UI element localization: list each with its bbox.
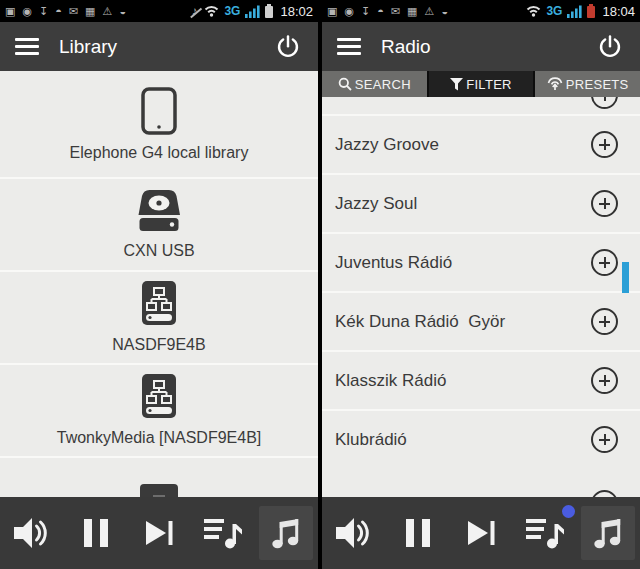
pause-button[interactable] [391,506,445,560]
chat-icon: ◓ [55,0,62,22]
gallery-icon: ▦ [85,0,95,22]
sound-muted-icon: ♪ [191,4,197,18]
power-icon [275,34,301,60]
radio-screen: ▣ ◉ ↧ ◓ ✉ ▦ ⚠ ◒ 3G [322,0,640,569]
speaker-icon [13,516,51,550]
notification-icons: ▣ ◉ ↧ ◓ ✉ ▦ ⚠ ◒ [5,0,126,22]
download-icon: ↧ [39,0,48,22]
playback-toolbar [0,497,318,569]
menu-button[interactable] [15,38,39,55]
data-sync-icon: ◒ [119,0,126,22]
music-note-icon [271,517,301,549]
add-preset-button[interactable] [591,367,618,394]
tab-search[interactable]: SEARCH [322,71,427,97]
now-playing-tab[interactable] [259,506,313,560]
clock-time: 18:04 [602,4,635,19]
power-button[interactable] [595,32,625,62]
warning-icon: ⚠ [425,0,435,22]
app-circle-icon: ◉ [22,0,32,22]
pause-button[interactable] [69,506,123,560]
status-bar: ▣ ◉ ↧ ◓ ✉ ▦ ⚠ ◒ ♪ 3G [0,0,318,22]
station-name: Klubrádió [335,430,407,450]
playback-toolbar [322,497,640,569]
tab-filter[interactable]: FILTER [429,71,534,97]
library-item-label: Elephone G4 local library [70,144,249,162]
add-preset-button[interactable] [591,490,618,497]
skip-next-button[interactable] [454,506,508,560]
battery-low-icon [587,6,595,18]
pause-icon [406,519,430,547]
chat-icon: ◓ [377,0,384,22]
warning-icon: ⚠ [103,0,113,22]
volume-button[interactable] [327,506,381,560]
hard-drive-icon [136,189,182,233]
tab-label: FILTER [466,77,512,92]
nas-drive-icon [138,374,180,420]
data-sync-icon: ◒ [441,0,448,22]
library-item-label: TwonkyMedia [NASDF9E4B] [57,429,262,447]
station-name: Jazzy Groove [335,135,439,155]
wifi-icon [204,5,219,17]
app-header: Radio [322,22,640,71]
status-bar: ▣ ◉ ↧ ◓ ✉ ▦ ⚠ ◒ 3G [322,0,640,22]
add-preset-button[interactable] [591,308,618,335]
station-row[interactable]: Klubrádió [322,409,640,468]
mail-icon: ✉ [69,0,78,22]
station-list: Jazzy Groove Jazzy Soul Juventus Rádió K… [322,97,640,497]
volume-button[interactable] [5,506,59,560]
now-playing-tab[interactable] [581,506,635,560]
station-name: Kék Duna Rádió Györ [335,312,505,332]
nas-drive-icon [138,281,180,327]
add-preset-button[interactable] [591,131,618,158]
screenshot-icon: ▣ [5,0,15,22]
add-preset-button[interactable] [591,97,618,109]
library-item-label: CXN USB [123,242,194,260]
system-status-icons: 3G 18:04 [526,4,635,19]
station-row-partial-top [322,97,640,114]
play-queue-icon [526,517,564,549]
filter-icon [450,78,463,91]
presets-broadcast-icon [547,77,563,91]
pause-icon [84,519,108,547]
library-source-list: Elephone G4 local library CXN USB [0,71,318,497]
app-header: Library [0,22,318,71]
notification-icons: ▣ ◉ ↧ ◓ ✉ ▦ ⚠ ◒ [327,0,448,22]
station-row[interactable]: Jazzy Soul [322,173,640,232]
add-preset-button[interactable] [591,190,618,217]
power-icon [597,34,623,60]
library-screen: ▣ ◉ ↧ ◓ ✉ ▦ ⚠ ◒ ♪ 3G [0,0,318,569]
clock-time: 18:02 [280,4,313,19]
station-row[interactable]: Juventus Rádió [322,232,640,291]
network-type-label: 3G [224,4,240,18]
station-row[interactable]: Klasszik Rádió [322,350,640,409]
gallery-icon: ▦ [407,0,417,22]
queue-button[interactable] [518,506,572,560]
drive-icon-partial [140,484,178,497]
library-item-nas[interactable]: NASDF9E4B [0,272,318,365]
power-button[interactable] [273,32,303,62]
station-row[interactable]: Jazzy Groove [322,114,640,173]
signal-bars-icon [245,5,260,18]
station-name: Klasszik Rádió [335,371,447,391]
menu-button[interactable] [337,38,361,55]
add-preset-button[interactable] [591,249,618,276]
screenshot-icon: ▣ [327,0,337,22]
radio-tab-bar: SEARCH FILTER PRESETS [322,71,640,97]
wifi-icon [526,5,541,17]
library-item-usb[interactable]: CXN USB [0,179,318,272]
signal-bars-icon [567,5,582,18]
skip-next-button[interactable] [132,506,186,560]
add-preset-button[interactable] [591,426,618,453]
phone-icon [141,87,177,135]
queue-button[interactable] [196,506,250,560]
library-item-local[interactable]: Elephone G4 local library [0,71,318,179]
station-row[interactable]: Kék Duna Rádió Györ [322,291,640,350]
scrollbar-thumb[interactable] [622,262,629,293]
tab-presets[interactable]: PRESETS [535,71,640,97]
download-icon: ↧ [361,0,370,22]
mail-icon: ✉ [391,0,400,22]
tab-label: SEARCH [355,77,411,92]
tab-label: PRESETS [566,77,629,92]
library-item-partial[interactable] [0,458,318,497]
library-item-twonky[interactable]: TwonkyMedia [NASDF9E4B] [0,365,318,458]
